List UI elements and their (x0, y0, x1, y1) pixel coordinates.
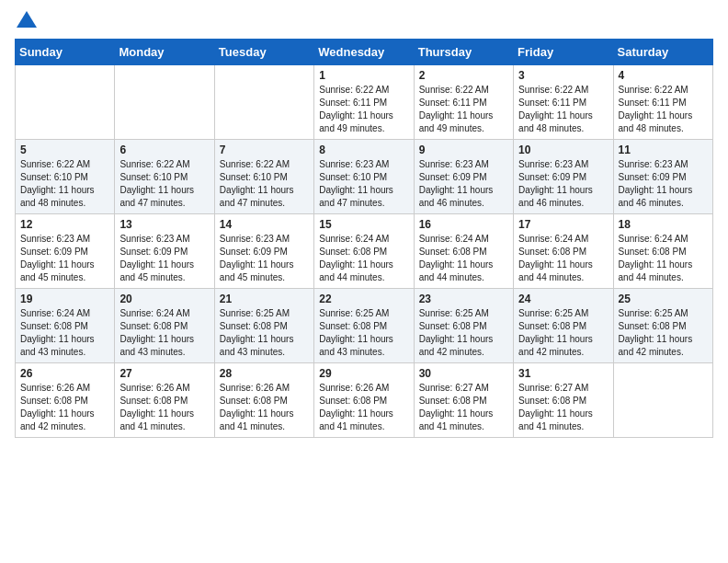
day-info: Sunrise: 6:26 AM Sunset: 6:08 PM Dayligh… (319, 382, 408, 433)
day-cell: 2Sunrise: 6:22 AM Sunset: 6:11 PM Daylig… (414, 65, 513, 140)
day-number: 5 (20, 144, 109, 156)
day-info: Sunrise: 6:24 AM Sunset: 6:08 PM Dayligh… (20, 307, 109, 359)
weekday-header-friday: Friday (514, 40, 613, 65)
day-number: 7 (220, 144, 309, 156)
weekday-header-thursday: Thursday (414, 40, 513, 65)
day-cell: 24Sunrise: 6:25 AM Sunset: 6:08 PM Dayli… (514, 289, 613, 363)
day-info: Sunrise: 6:22 AM Sunset: 6:10 PM Dayligh… (220, 158, 309, 210)
day-number: 23 (419, 293, 508, 305)
day-cell: 20Sunrise: 6:24 AM Sunset: 6:08 PM Dayli… (115, 289, 214, 363)
weekday-header-row: SundayMondayTuesdayWednesdayThursdayFrid… (16, 40, 713, 65)
day-number: 22 (319, 293, 408, 305)
day-cell: 26Sunrise: 6:26 AM Sunset: 6:08 PM Dayli… (16, 363, 115, 438)
day-cell: 6Sunrise: 6:22 AM Sunset: 6:10 PM Daylig… (115, 140, 214, 214)
day-info: Sunrise: 6:26 AM Sunset: 6:08 PM Dayligh… (20, 382, 109, 433)
day-cell: 19Sunrise: 6:24 AM Sunset: 6:08 PM Dayli… (16, 289, 115, 363)
week-row-1: 1Sunrise: 6:22 AM Sunset: 6:11 PM Daylig… (16, 65, 713, 140)
day-number: 20 (119, 293, 209, 305)
day-number: 17 (518, 218, 608, 231)
day-info: Sunrise: 6:24 AM Sunset: 6:08 PM Dayligh… (419, 233, 508, 284)
day-number: 25 (619, 293, 708, 305)
day-info: Sunrise: 6:24 AM Sunset: 6:08 PM Dayligh… (119, 307, 209, 359)
day-number: 3 (518, 69, 608, 82)
day-info: Sunrise: 6:25 AM Sunset: 6:08 PM Dayligh… (518, 307, 608, 359)
day-cell: 1Sunrise: 6:22 AM Sunset: 6:11 PM Daylig… (314, 65, 414, 140)
day-info: Sunrise: 6:24 AM Sunset: 6:08 PM Dayligh… (319, 233, 408, 284)
day-number: 27 (119, 367, 209, 380)
day-number: 26 (20, 367, 109, 380)
day-info: Sunrise: 6:25 AM Sunset: 6:08 PM Dayligh… (419, 307, 508, 359)
day-cell: 27Sunrise: 6:26 AM Sunset: 6:08 PM Dayli… (115, 363, 214, 438)
day-cell: 7Sunrise: 6:22 AM Sunset: 6:10 PM Daylig… (214, 140, 313, 214)
day-info: Sunrise: 6:22 AM Sunset: 6:10 PM Dayligh… (20, 158, 109, 210)
day-cell: 3Sunrise: 6:22 AM Sunset: 6:11 PM Daylig… (514, 65, 613, 140)
day-info: Sunrise: 6:23 AM Sunset: 6:10 PM Dayligh… (319, 158, 408, 210)
day-cell: 14Sunrise: 6:23 AM Sunset: 6:09 PM Dayli… (214, 214, 313, 289)
week-row-5: 26Sunrise: 6:26 AM Sunset: 6:08 PM Dayli… (16, 363, 713, 438)
day-number: 16 (419, 218, 508, 231)
day-info: Sunrise: 6:22 AM Sunset: 6:11 PM Dayligh… (319, 84, 408, 135)
day-number: 18 (619, 218, 708, 231)
day-number: 21 (220, 293, 309, 305)
day-cell: 17Sunrise: 6:24 AM Sunset: 6:08 PM Dayli… (514, 214, 613, 289)
week-row-4: 19Sunrise: 6:24 AM Sunset: 6:08 PM Dayli… (16, 289, 713, 363)
day-info: Sunrise: 6:22 AM Sunset: 6:10 PM Dayligh… (119, 158, 209, 210)
day-number: 24 (518, 293, 608, 305)
day-info: Sunrise: 6:27 AM Sunset: 6:08 PM Dayligh… (518, 382, 608, 433)
week-row-2: 5Sunrise: 6:22 AM Sunset: 6:10 PM Daylig… (16, 140, 713, 214)
day-number: 1 (319, 69, 408, 82)
day-info: Sunrise: 6:26 AM Sunset: 6:08 PM Dayligh… (220, 382, 309, 433)
day-number: 4 (619, 69, 708, 82)
day-info: Sunrise: 6:25 AM Sunset: 6:08 PM Dayligh… (220, 307, 309, 359)
day-cell: 11Sunrise: 6:23 AM Sunset: 6:09 PM Dayli… (613, 140, 712, 214)
day-number: 14 (220, 218, 309, 231)
day-number: 2 (419, 69, 508, 82)
day-cell: 30Sunrise: 6:27 AM Sunset: 6:08 PM Dayli… (414, 363, 513, 438)
day-cell: 31Sunrise: 6:27 AM Sunset: 6:08 PM Dayli… (514, 363, 613, 438)
day-cell: 21Sunrise: 6:25 AM Sunset: 6:08 PM Dayli… (214, 289, 313, 363)
day-cell (613, 363, 712, 438)
day-cell (16, 65, 115, 140)
day-number: 6 (119, 144, 209, 156)
day-info: Sunrise: 6:25 AM Sunset: 6:08 PM Dayligh… (619, 307, 708, 359)
day-number: 8 (319, 144, 408, 156)
svg-marker-0 (17, 11, 37, 28)
day-number: 30 (419, 367, 508, 380)
day-info: Sunrise: 6:23 AM Sunset: 6:09 PM Dayligh… (518, 158, 608, 210)
day-cell: 8Sunrise: 6:23 AM Sunset: 6:10 PM Daylig… (314, 140, 414, 214)
logo (15, 15, 37, 28)
day-cell (115, 65, 214, 140)
day-number: 11 (619, 144, 708, 156)
day-info: Sunrise: 6:22 AM Sunset: 6:11 PM Dayligh… (518, 84, 608, 135)
day-info: Sunrise: 6:24 AM Sunset: 6:08 PM Dayligh… (619, 233, 708, 284)
day-number: 31 (518, 367, 608, 380)
day-cell: 16Sunrise: 6:24 AM Sunset: 6:08 PM Dayli… (414, 214, 513, 289)
logo-icon (17, 11, 37, 28)
day-info: Sunrise: 6:23 AM Sunset: 6:09 PM Dayligh… (619, 158, 708, 210)
day-cell: 4Sunrise: 6:22 AM Sunset: 6:11 PM Daylig… (613, 65, 712, 140)
day-cell: 22Sunrise: 6:25 AM Sunset: 6:08 PM Dayli… (314, 289, 414, 363)
day-cell (214, 65, 313, 140)
day-info: Sunrise: 6:22 AM Sunset: 6:11 PM Dayligh… (419, 84, 508, 135)
day-cell: 23Sunrise: 6:25 AM Sunset: 6:08 PM Dayli… (414, 289, 513, 363)
day-number: 28 (220, 367, 309, 380)
day-cell: 9Sunrise: 6:23 AM Sunset: 6:09 PM Daylig… (414, 140, 513, 214)
weekday-header-wednesday: Wednesday (314, 40, 414, 65)
weekday-header-saturday: Saturday (613, 40, 712, 65)
day-number: 13 (119, 218, 209, 231)
day-number: 12 (20, 218, 109, 231)
day-info: Sunrise: 6:27 AM Sunset: 6:08 PM Dayligh… (419, 382, 508, 433)
day-cell: 5Sunrise: 6:22 AM Sunset: 6:10 PM Daylig… (16, 140, 115, 214)
day-number: 15 (319, 218, 408, 231)
day-info: Sunrise: 6:26 AM Sunset: 6:08 PM Dayligh… (119, 382, 209, 433)
day-info: Sunrise: 6:24 AM Sunset: 6:08 PM Dayligh… (518, 233, 608, 284)
day-cell: 18Sunrise: 6:24 AM Sunset: 6:08 PM Dayli… (613, 214, 712, 289)
day-cell: 29Sunrise: 6:26 AM Sunset: 6:08 PM Dayli… (314, 363, 414, 438)
day-info: Sunrise: 6:25 AM Sunset: 6:08 PM Dayligh… (319, 307, 408, 359)
page-header (15, 15, 713, 28)
day-info: Sunrise: 6:23 AM Sunset: 6:09 PM Dayligh… (220, 233, 309, 284)
day-info: Sunrise: 6:23 AM Sunset: 6:09 PM Dayligh… (419, 158, 508, 210)
calendar: SundayMondayTuesdayWednesdayThursdayFrid… (15, 39, 713, 438)
weekday-header-monday: Monday (115, 40, 214, 65)
day-number: 10 (518, 144, 608, 156)
